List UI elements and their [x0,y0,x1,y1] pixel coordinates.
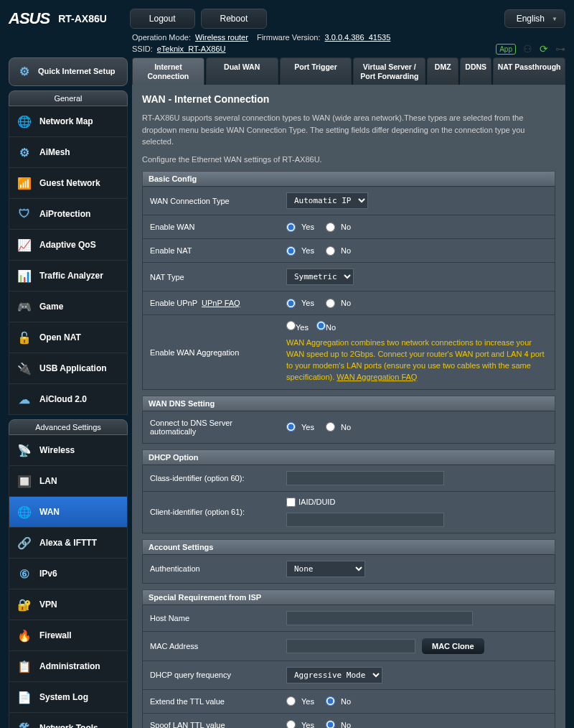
fw-link[interactable]: 3.0.0.4.386_41535 [325,33,391,42]
sidebar-item-aiprotection[interactable]: 🛡AiProtection [9,199,127,230]
upnp-no[interactable] [326,299,335,308]
ssid-link[interactable]: eTeknix_RT-AX86U [157,45,226,53]
sidebar-item-icon: 🔗 [17,535,32,551]
section-basic-config: Basic Config [142,171,555,187]
extend-ttl-yes[interactable] [286,696,296,706]
sidebar-item-wireless[interactable]: 📡Wireless [9,435,127,466]
logout-button[interactable]: Logout [130,9,195,29]
sidebar-item-label: Game [39,302,63,312]
enable-nat-no[interactable] [326,246,335,256]
sidebar-item-label: Administration [39,661,100,671]
sidebar-item-firewall[interactable]: 🔥Firewall [9,620,127,651]
sidebar-item-guest-network[interactable]: 📶Guest Network [9,168,127,199]
sidebar-item-icon: ⚙ [17,144,32,160]
wan-agg-yes[interactable] [286,321,296,330]
sidebar-item-system-log[interactable]: 📄System Log [9,682,127,713]
tab-nat-passthrough[interactable]: NAT Passthrough [493,57,565,85]
tab-ddns[interactable]: DDNS [460,57,491,85]
wan-type-select[interactable]: Automatic IP [286,192,368,209]
spoof-ttl-yes[interactable] [286,720,296,728]
sidebar-item-usb-application[interactable]: 🔌USB Application [9,353,127,384]
sidebar-item-network-map[interactable]: 🌐Network Map [9,106,127,137]
spoof-ttl-label: Spoof LAN TTL value [143,714,279,728]
sidebar-item-icon: ☁ [17,391,32,407]
sidebar-item-aimesh[interactable]: ⚙AiMesh [9,137,127,168]
tab-dmz[interactable]: DMZ [427,57,458,85]
usb-icon[interactable]: ⊶ [555,43,565,55]
sidebar-item-label: VPN [39,599,57,610]
section-isp: Special Requirement from ISP [142,589,555,605]
sidebar-item-traffic-analyzer[interactable]: 📊Traffic Analyzer [9,261,127,291]
users-icon[interactable]: ⚇ [523,43,532,55]
mac-clone-button[interactable]: MAC Clone [421,638,485,655]
sidebar-item-adaptive-qos[interactable]: 📈Adaptive QoS [9,230,127,261]
opt60-input[interactable] [286,471,444,485]
sidebar-general-header: General [9,90,128,106]
enable-nat-yes[interactable] [286,246,296,256]
sidebar-item-ipv6[interactable]: ⑥IPv6 [9,559,127,589]
opt61-input[interactable] [286,513,444,527]
enable-wan-yes[interactable] [286,223,296,232]
tab-virtual-server-port-forwarding[interactable]: Virtual Server / Port Forwarding [353,57,425,85]
reboot-button[interactable]: Reboot [201,9,268,29]
upnp-yes[interactable] [286,299,296,308]
sidebar-item-label: Firewall [39,630,72,640]
yes-label: Yes [301,223,314,231]
sidebar-item-label: WAN [39,507,60,517]
sidebar-item-icon: 📡 [17,442,32,458]
section-account: Account Settings [142,539,555,555]
nat-type-select[interactable]: Symmetric [286,269,354,285]
sidebar-item-label: Guest Network [39,178,100,188]
enable-wan-label: Enable WAN [143,215,279,238]
wan-agg-faq-link[interactable]: WAN Aggregation FAQ [337,373,417,381]
sidebar-item-game[interactable]: 🎮Game [9,291,127,322]
sidebar-item-network-tools[interactable]: 🛠Network Tools [9,713,127,728]
sidebar-item-label: AiCloud 2.0 [39,394,87,404]
hostname-label: Host Name [143,605,279,631]
sidebar-item-icon: 🔥 [17,627,32,643]
sidebar-item-open-nat[interactable]: 🔓Open NAT [9,322,127,353]
upnp-faq-link[interactable]: UPnP FAQ [202,299,240,307]
auth-select[interactable]: None [286,561,365,577]
dns-auto-no[interactable] [326,422,335,431]
page-title: WAN - Internet Connection [142,93,555,105]
sidebar-item-label: Traffic Analyzer [39,271,103,281]
spoof-ttl-no[interactable] [326,720,335,728]
tab-internet-connection[interactable]: Internet Connection [132,57,204,85]
extend-ttl-no[interactable] [326,696,335,706]
sidebar-item-alexa-ifttt[interactable]: 🔗Alexa & IFTTT [9,528,127,559]
opt61-iaid-label: IAID/DUID [298,498,335,506]
quick-internet-setup[interactable]: ⚙ Quick Internet Setup [9,57,128,86]
tab-port-trigger[interactable]: Port Trigger [280,57,352,85]
sidebar-item-aicloud-2-0[interactable]: ☁AiCloud 2.0 [9,384,127,414]
op-mode-link[interactable]: Wireless router [195,33,248,42]
app-badge[interactable]: App [496,44,516,55]
sidebar-item-icon: ⑥ [17,566,32,582]
sidebar-item-icon: 🔌 [17,360,32,376]
sidebar-item-icon: 📋 [17,658,32,674]
hostname-input[interactable] [286,611,473,625]
extend-ttl-label: Extend the TTL value [143,690,279,713]
sidebar-item-vpn[interactable]: 🔐VPN [9,589,127,620]
nat-type-label: NAT Type [143,263,279,291]
wan-agg-no[interactable] [316,321,326,330]
sidebar-item-wan[interactable]: 🌐WAN [9,497,127,528]
sidebar-item-administration[interactable]: 📋Administration [9,651,127,682]
mac-input[interactable] [286,639,415,653]
sidebar-item-icon: 🌐 [17,113,32,129]
mac-label: MAC Address [143,632,279,661]
sidebar-item-lan[interactable]: 🔲LAN [9,466,127,497]
sidebar-item-icon: 🎮 [17,299,32,314]
qis-label: Quick Internet Setup [38,67,116,76]
tab-dual-wan[interactable]: Dual WAN [206,57,278,85]
enable-wan-no[interactable] [326,223,335,232]
dns-auto-yes[interactable] [286,422,296,431]
opt61-iaid-checkbox[interactable] [286,498,296,507]
language-select[interactable]: English [504,9,565,28]
sidebar-item-label: Adaptive QoS [39,240,96,250]
sidebar-item-label: AiMesh [39,147,70,157]
dhcp-freq-select[interactable]: Aggressive Mode [286,667,382,683]
sidebar-item-icon: 📈 [17,237,32,253]
sidebar-item-icon: 📶 [17,175,32,191]
reboot-icon[interactable]: ⟳ [540,43,548,55]
